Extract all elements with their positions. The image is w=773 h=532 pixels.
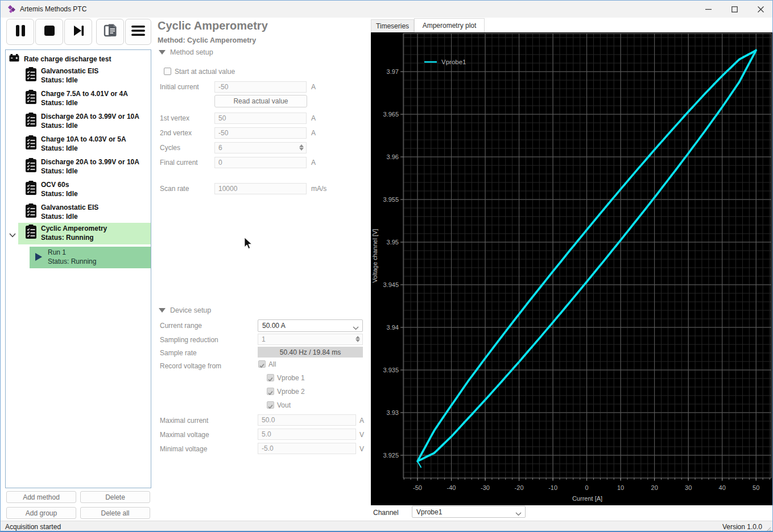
tree-item-name: Charge 7.5A to 4.01V or 4A	[41, 89, 128, 98]
device-setup-header[interactable]: Device setup	[159, 306, 211, 314]
channel-label: Channel	[373, 509, 399, 517]
channel-select[interactable]: Vprobe1	[412, 506, 526, 518]
delete-all-button[interactable]: Delete all	[80, 507, 150, 519]
maximal-current-field[interactable]: 50.0	[258, 414, 356, 426]
sampling-reduction-label: Sampling reduction	[160, 336, 218, 344]
field-input-0[interactable]: -50	[214, 81, 307, 93]
pause-button[interactable]	[6, 19, 34, 45]
record-option-checkbox-0[interactable]	[258, 360, 266, 368]
record-voltage-from-label: Record voltage from	[160, 362, 221, 370]
record-option-label-1: Vprobe 1	[277, 374, 305, 382]
minimal-voltage-unit: V	[359, 445, 364, 453]
field-input-4[interactable]: 0	[214, 157, 307, 168]
menu-button[interactable]	[125, 19, 151, 45]
svg-text:10: 10	[617, 484, 624, 491]
clipboard-icon	[25, 67, 37, 84]
clipboard-icon	[25, 225, 37, 242]
clipboard-icon	[25, 203, 37, 221]
chevron-down-icon	[353, 324, 359, 332]
field-input-3[interactable]: 6	[214, 142, 307, 153]
tree-group-row[interactable]: Rate charge discharge test	[9, 53, 111, 64]
skip-next-button[interactable]	[64, 19, 92, 45]
svg-text:20: 20	[651, 484, 658, 491]
svg-text:3.935: 3.935	[383, 367, 399, 373]
current-range-select[interactable]: 50.00 A	[258, 319, 363, 332]
record-option-checkbox-2[interactable]	[267, 388, 274, 395]
field-input-5[interactable]: 10000	[214, 183, 307, 194]
tree-item-6[interactable]: Galvanostatic EISStatus: Idle	[23, 202, 151, 225]
field-label-4: Final current	[160, 159, 198, 167]
tree-item-name: Galvanostatic EIS	[41, 66, 98, 76]
read-actual-value-button[interactable]: Read actual value	[214, 95, 307, 107]
clipboard-icon	[25, 113, 37, 130]
tree-run-item[interactable]: Run 1 Status: Running	[30, 247, 151, 268]
field-input-2[interactable]: -50	[214, 127, 307, 139]
sample-rate-label: Sample rate	[160, 349, 197, 357]
expander-chevron-icon[interactable]	[9, 230, 16, 240]
collapse-triangle-icon	[159, 50, 166, 55]
start-at-actual-value-label: Start at actual value	[175, 68, 235, 76]
tree-item-0[interactable]: Galvanostatic EISStatus: Idle	[23, 65, 151, 88]
field-input-1[interactable]: 50	[214, 113, 307, 124]
field-unit-0: A	[311, 83, 316, 91]
field-label-5: Scan rate	[160, 185, 189, 193]
record-option-checkbox-1[interactable]	[267, 374, 274, 381]
tree-group-label: Rate charge discharge test	[24, 55, 111, 63]
tree-item-3[interactable]: Charge 10A to 4.03V or 5AStatus: Idle	[23, 134, 151, 156]
pause-icon	[15, 24, 26, 39]
chevron-down-icon	[515, 510, 522, 518]
app-logo-icon	[7, 5, 17, 16]
record-option-checkbox-3[interactable]	[267, 401, 274, 409]
minimal-voltage-field[interactable]: -5.0	[258, 443, 356, 454]
tab-amperometry-plot[interactable]: Amperometry plot	[414, 18, 485, 32]
tab-timeseries[interactable]: Timeseries	[371, 19, 414, 32]
stepper-arrows-icon[interactable]	[299, 144, 304, 151]
run-label: Run 1	[48, 248, 96, 257]
svg-text:3.95: 3.95	[387, 239, 399, 246]
stop-icon	[44, 25, 55, 39]
tree-item-2[interactable]: Discharge 20A to 3.99V or 10AStatus: Idl…	[23, 111, 151, 134]
method-setup-header[interactable]: Method setup	[159, 48, 213, 56]
tree-item-7[interactable]: Cyclic AmperometryStatus: Running	[18, 223, 151, 244]
svg-text:-30: -30	[481, 484, 490, 491]
close-button[interactable]	[747, 1, 773, 18]
maximal-voltage-field[interactable]: 5.0	[258, 429, 356, 440]
tree-item-5[interactable]: OCV 60sStatus: Idle	[23, 179, 151, 202]
run-status: Status: Running	[48, 257, 96, 266]
tree-item-status: Status: Idle	[41, 98, 128, 107]
stepper-arrows-icon[interactable]	[356, 336, 360, 342]
sampling-reduction-stepper[interactable]: 1	[258, 334, 363, 345]
field-unit-2: A	[311, 129, 316, 137]
tree-item-name: Cyclic Amperometry	[41, 224, 107, 233]
svg-text:Vprobe1: Vprobe1	[441, 59, 466, 65]
resize-grip[interactable]	[766, 525, 771, 532]
tree-item-status: Status: Idle	[41, 76, 98, 85]
record-option-label-2: Vprobe 2	[277, 388, 305, 396]
tree-item-status: Status: Idle	[41, 167, 139, 176]
method-subtitle: Method: Cyclic Amperometry	[158, 36, 256, 44]
field-unit-4: A	[311, 159, 316, 167]
tree-item-status: Status: Idle	[41, 144, 126, 153]
status-bar: Acquisition started Version 1.0.0	[1, 521, 772, 532]
copy-method-button[interactable]	[96, 19, 124, 45]
tree-item-name: Charge 10A to 4.03V or 5A	[41, 135, 126, 144]
tree-item-name: Discharge 20A to 3.99V or 10A	[41, 112, 139, 121]
add-group-button[interactable]: Add group	[6, 507, 76, 519]
tree-item-status: Status: Idle	[41, 121, 139, 130]
delete-button[interactable]: Delete	[80, 491, 150, 503]
start-at-actual-value-checkbox[interactable]	[164, 68, 171, 75]
window-title: Artemis Methods PTC	[20, 5, 86, 13]
record-option-label-0: All	[268, 360, 276, 368]
clipboard-icon	[25, 158, 37, 175]
tree-item-1[interactable]: Charge 7.5A to 4.01V or 4AStatus: Idle	[23, 88, 151, 111]
title-bar: Artemis Methods PTC	[1, 1, 772, 18]
minimize-button[interactable]	[695, 1, 721, 18]
maximize-button[interactable]	[721, 1, 747, 18]
tree-item-4[interactable]: Discharge 20A to 3.99V or 10AStatus: Idl…	[23, 156, 151, 179]
clipboard-icon	[25, 135, 37, 152]
add-method-button[interactable]: Add method	[6, 491, 76, 503]
stop-button[interactable]	[35, 19, 63, 45]
hamburger-menu-icon	[131, 26, 145, 38]
field-unit-1: A	[311, 114, 316, 122]
tree-item-status: Status: Idle	[41, 212, 98, 221]
